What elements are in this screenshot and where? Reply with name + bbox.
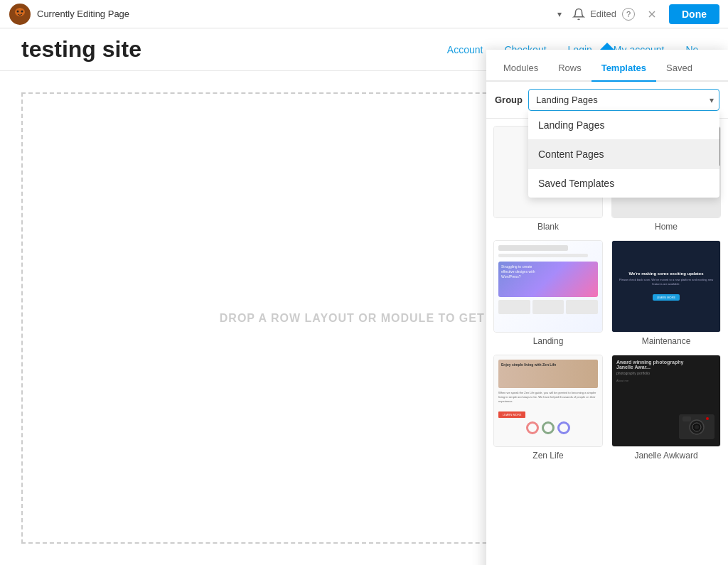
- template-name-blank: Blank: [493, 222, 603, 232]
- panel-tabs: Modules Rows Templates Saved: [486, 55, 728, 82]
- svg-point-3: [21, 10, 23, 12]
- group-label: Group: [495, 95, 523, 105]
- top-bar: Currently Editing Page ▾ Edited ? Done: [0, 0, 728, 28]
- tab-modules[interactable]: Modules: [493, 55, 548, 82]
- dropdown-item-saved-templates[interactable]: Saved Templates: [528, 169, 719, 198]
- dropdown-item-content-pages[interactable]: Content Pages: [528, 140, 719, 169]
- group-select-wrapper: Landing Pages Content Pages Saved Templa…: [528, 89, 719, 111]
- panel-container: Modules Rows Templates Saved Group Landi…: [486, 92, 728, 565]
- template-name-janelle: Janelle Awkward: [611, 451, 721, 461]
- template-thumb-landing: Struggling to createeffective designs wi…: [493, 240, 603, 333]
- template-thumb-janelle: Award winning photographyJanelle Awar...…: [611, 355, 721, 447]
- top-bar-right: Edited ? Done: [590, 3, 719, 26]
- svg-rect-10: [682, 416, 691, 421]
- group-selector: Group Landing Pages Content Pages Saved …: [486, 82, 728, 119]
- template-name-maintenance: Maintenance: [611, 336, 721, 346]
- template-thumb-maintenance: We're making some exciting updates Pleas…: [611, 240, 721, 333]
- done-button[interactable]: Done: [669, 4, 719, 24]
- help-icon[interactable]: ?: [622, 8, 635, 21]
- logo: [9, 3, 31, 26]
- tab-templates[interactable]: Templates: [592, 55, 656, 82]
- nav-link-account[interactable]: Account: [447, 44, 483, 55]
- site-title: testing site: [21, 36, 141, 63]
- bell-icon[interactable]: [567, 3, 590, 26]
- group-select[interactable]: Landing Pages Content Pages Saved Templa…: [528, 89, 719, 111]
- template-thumb-zen: Enjoy simple living with Zen Life When w…: [493, 355, 603, 447]
- template-card-maintenance[interactable]: We're making some exciting updates Pleas…: [611, 240, 721, 346]
- template-name-home: Home: [611, 222, 721, 232]
- drop-text: DROP A ROW LAYOUT OR MODULE TO GET S...: [220, 312, 508, 325]
- chevron-down-icon[interactable]: ▾: [557, 9, 562, 19]
- panel-arrow: [600, 43, 614, 50]
- template-card-landing[interactable]: Struggling to createeffective designs wi…: [493, 240, 603, 346]
- group-dropdown-menu: Landing Pages Content Pages Saved Templa…: [528, 111, 719, 198]
- close-button[interactable]: [641, 3, 663, 26]
- template-card-zen[interactable]: Enjoy simple living with Zen Life When w…: [493, 355, 603, 461]
- svg-point-9: [695, 425, 699, 429]
- svg-point-11: [706, 417, 709, 420]
- editing-page-title: Currently Editing Page: [37, 9, 555, 19]
- tab-saved[interactable]: Saved: [656, 55, 702, 82]
- template-panel: Modules Rows Templates Saved Group Landi…: [486, 50, 728, 565]
- tab-rows[interactable]: Rows: [548, 55, 592, 82]
- template-name-landing: Landing: [493, 336, 603, 346]
- svg-point-2: [17, 10, 19, 12]
- edited-status: Edited: [590, 9, 616, 19]
- dropdown-item-landing-pages[interactable]: Landing Pages: [528, 111, 719, 140]
- template-name-zen: Zen Life: [493, 451, 603, 461]
- template-card-janelle[interactable]: Award winning photographyJanelle Awar...…: [611, 355, 721, 461]
- main-content: DROP A ROW LAYOUT OR MODULE TO GET S... …: [0, 92, 728, 565]
